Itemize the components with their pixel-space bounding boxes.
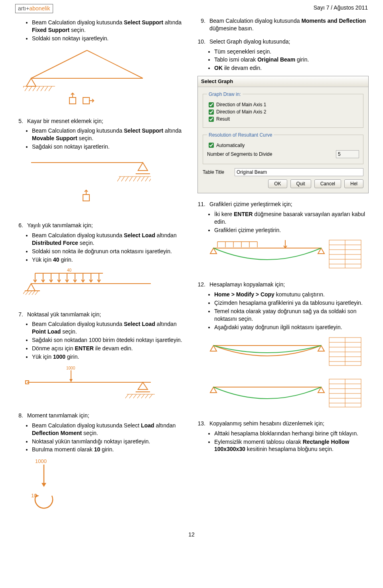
svg-line-5: [25, 86, 28, 91]
moment-value-label: 10: [31, 493, 37, 499]
svg-line-1: [31, 50, 87, 78]
svg-line-22: [133, 177, 136, 181]
svg-line-18: [117, 177, 120, 181]
graph-placed-figure: [205, 238, 368, 274]
chk-automatically[interactable]: Automatically: [207, 142, 359, 149]
step-11: 11.Grafikleri çizime yerleştirmek için; …: [197, 201, 368, 274]
svg-line-25: [145, 177, 148, 181]
svg-text:1000: 1000: [66, 366, 75, 370]
svg-line-11: [49, 86, 52, 91]
brand-logo: artı+abonelik: [15, 4, 53, 13]
svg-line-8: [37, 86, 40, 91]
segments-input[interactable]: [336, 150, 359, 158]
resolution-legend: Resolution of Resultant Curve: [207, 132, 274, 138]
svg-line-56: [141, 394, 144, 398]
svg-line-21: [129, 177, 132, 181]
svg-text:40: 40: [67, 268, 72, 272]
copy-result-figure: [205, 335, 368, 371]
svg-line-44: [32, 291, 35, 295]
step-5: 5.Kayar bir mesnet eklemek için; Beam Ca…: [15, 117, 186, 215]
svg-line-45: [35, 291, 38, 295]
step-13: 13.Kopyalanmış sehim hesabını düzenlemek…: [197, 420, 368, 453]
step-6: 6.Yayılı yük tanımlamak için; Beam Calcu…: [15, 222, 186, 303]
step-10: 10.Select Graph diyalog kutusunda; Tüm s…: [197, 38, 368, 193]
step-4-sub: Beam Calculation diyalog kutusunda Selec…: [32, 19, 186, 42]
svg-rect-27: [83, 195, 89, 201]
dialog-title: Select Graph: [198, 76, 368, 87]
svg-rect-12: [69, 97, 76, 104]
moment-load-label: 1000: [35, 458, 47, 464]
table-title-input[interactable]: [235, 168, 363, 176]
graph-draw-legend: Graph Draw in:: [207, 91, 243, 97]
svg-line-4: [23, 86, 24, 91]
svg-line-2: [87, 50, 143, 78]
quit-button[interactable]: Quit: [290, 179, 311, 188]
svg-line-9: [41, 86, 44, 91]
svg-line-20: [125, 177, 128, 181]
svg-line-6: [29, 86, 32, 91]
svg-line-52: [125, 394, 128, 398]
second-copy-figure: [205, 377, 368, 413]
svg-line-43: [29, 291, 32, 295]
svg-line-54: [133, 394, 136, 398]
segments-label: Number of Segments to Divide: [207, 151, 333, 157]
chk-main-axis-1[interactable]: Direction of Main Axis 1: [207, 101, 359, 108]
step-7: 7.Noktasal yük tanımlamak için; Beam Cal…: [15, 311, 186, 405]
chk-result[interactable]: Result: [207, 116, 359, 122]
svg-line-10: [45, 86, 48, 91]
svg-line-42: [26, 291, 29, 295]
svg-line-57: [145, 394, 148, 398]
svg-line-19: [121, 177, 124, 181]
svg-line-41: [23, 291, 26, 295]
point-load-figure: 1000: [23, 365, 186, 405]
page-number: 12: [15, 531, 368, 538]
fixed-support-figure: [23, 46, 186, 110]
select-graph-dialog: Select Graph Graph Draw in: Direction of…: [197, 76, 369, 193]
svg-line-26: [149, 177, 151, 181]
svg-line-7: [33, 86, 36, 91]
moment-figure: 1000 10: [23, 457, 186, 517]
cancel-button[interactable]: Cancel: [314, 179, 341, 188]
step-8: 8.Moment tanımlamak için; Beam Calculati…: [15, 412, 186, 517]
svg-line-53: [129, 394, 132, 398]
table-title-label: Table Title: [203, 169, 231, 175]
step-12: 12.Hesaplamayı kopyalamak için; Home > M…: [197, 281, 368, 412]
movable-support-figure: [23, 155, 186, 215]
svg-line-23: [137, 177, 140, 181]
help-button[interactable]: Hel: [344, 179, 363, 188]
svg-line-55: [137, 394, 140, 398]
chk-main-axis-2[interactable]: Direction of Main Axis 2: [207, 109, 359, 115]
svg-rect-13: [83, 97, 89, 104]
svg-line-58: [149, 394, 152, 398]
distributed-load-figure: 40: [23, 268, 186, 304]
ok-button[interactable]: OK: [268, 179, 287, 188]
svg-line-24: [141, 177, 144, 181]
issue-label: Sayı 7 / Ağustos 2011: [314, 4, 368, 12]
step-9: 9.Beam Calculation diyalog kutusunda Mom…: [197, 17, 368, 32]
